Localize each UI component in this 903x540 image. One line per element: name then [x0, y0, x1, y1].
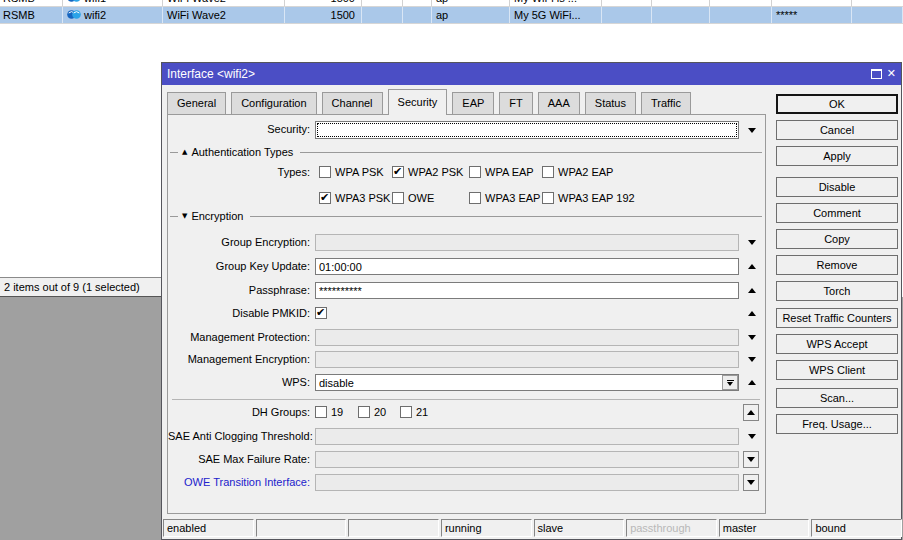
- owe-transition-label[interactable]: OWE Transition Interface:: [168, 474, 310, 491]
- dropdown-button[interactable]: [743, 474, 759, 491]
- checkbox-wpa2-psk[interactable]: WPA2 PSK: [392, 164, 463, 180]
- reset-traffic-counters-button[interactable]: Reset Traffic Counters: [776, 308, 898, 328]
- group-encryption-combobox: [315, 234, 739, 251]
- group-key-update-input[interactable]: [315, 258, 739, 275]
- management-protection-label: Management Protection:: [168, 329, 310, 346]
- interface-name: wifi2: [84, 9, 106, 21]
- interface-name: wifi1: [84, 0, 106, 4]
- table-row[interactable]: RSMB wifi1 WiFi Wave2 1500 ap My WiFi is…: [0, 0, 903, 7]
- passphrase-input[interactable]: [315, 282, 739, 299]
- cell-type: WiFi Wave2: [163, 0, 285, 6]
- status-cell: [256, 519, 347, 537]
- tab-aaa[interactable]: AAA: [538, 92, 580, 114]
- tab-security[interactable]: Security: [388, 89, 448, 115]
- security-combobox[interactable]: [315, 121, 739, 139]
- close-icon[interactable]: ✕: [887, 69, 896, 79]
- disable-button[interactable]: Disable: [776, 177, 898, 197]
- owe-transition-combobox: [315, 474, 739, 491]
- comment-button[interactable]: Comment: [776, 203, 898, 223]
- checkbox-wpa3-psk[interactable]: WPA3 PSK: [319, 190, 390, 206]
- tab-configuration[interactable]: Configuration: [231, 92, 316, 114]
- group-key-update-label: Group Key Update:: [168, 258, 310, 275]
- checkbox-wpa2-eap[interactable]: WPA2 EAP: [542, 164, 613, 180]
- cell-passphrase: [772, 0, 852, 6]
- dropdown-arrow-icon: [748, 335, 756, 340]
- status-cell: [348, 519, 439, 537]
- status-cell-running: running: [441, 519, 532, 537]
- sae-anti-clogging-combobox: [315, 428, 739, 445]
- tab-traffic[interactable]: Traffic: [641, 92, 691, 114]
- freq-usage-button[interactable]: Freq. Usage...: [776, 414, 898, 434]
- tab-ft[interactable]: FT: [499, 92, 532, 114]
- apply-button[interactable]: Apply: [776, 146, 898, 166]
- cell-passphrase: *****: [772, 7, 852, 23]
- dropdown-arrow-icon: [748, 357, 756, 362]
- spin-up-icon[interactable]: [748, 311, 756, 316]
- management-encryption-combobox: [315, 351, 739, 368]
- spin-up-icon[interactable]: [748, 288, 756, 293]
- checkbox-disable-pmkid[interactable]: [315, 305, 327, 321]
- cell-flags: RSMB: [0, 0, 63, 6]
- sae-anti-clogging-label: SAE Anti Clogging Threshold:: [168, 428, 310, 445]
- section-authentication-types[interactable]: ▲ Authentication Types: [170, 146, 762, 158]
- cell-ssid: My 5G WiFi...: [510, 7, 602, 23]
- sae-max-failure-combobox: [315, 451, 739, 468]
- collapse-up-icon: ▲: [182, 149, 187, 156]
- cell-mode: ap: [432, 0, 510, 6]
- passphrase-label: Passphrase:: [168, 282, 310, 299]
- wps-dropdown-button[interactable]: [722, 375, 738, 390]
- cell-type: WiFi Wave2: [163, 7, 285, 23]
- maximize-icon[interactable]: [871, 69, 882, 79]
- wps-accept-button[interactable]: WPS Accept: [776, 334, 898, 354]
- spin-up-icon[interactable]: [748, 264, 756, 269]
- management-protection-combobox: [315, 329, 739, 346]
- dialog-status-bar: enabled running slave passthrough master…: [163, 519, 902, 537]
- dialog-titlebar[interactable]: Interface <wifi2> ✕: [162, 63, 901, 85]
- checkbox-dh-21[interactable]: 21: [400, 404, 428, 420]
- status-cell-master: master: [719, 519, 810, 537]
- scan-button[interactable]: Scan...: [776, 388, 898, 408]
- ok-button[interactable]: OK: [776, 94, 898, 114]
- status-cell-passthrough: passthrough: [626, 519, 717, 537]
- checkbox-dh-20[interactable]: 20: [358, 404, 386, 420]
- remove-button[interactable]: Remove: [776, 255, 898, 275]
- dropdown-arrow-icon: [748, 240, 756, 245]
- security-tab-panel: Security: ▲ Authentication Types Types: …: [167, 114, 766, 514]
- torch-button[interactable]: Torch: [776, 281, 898, 301]
- section-encryption[interactable]: ▼ Encryption: [170, 210, 762, 222]
- wps-label: WPS:: [168, 374, 310, 391]
- status-cell-enabled: enabled: [163, 519, 254, 537]
- cell-mode: ap: [432, 7, 510, 23]
- checkbox-dh-19[interactable]: 19: [315, 404, 343, 420]
- dh-groups-label: DH Groups:: [168, 404, 310, 420]
- tab-channel[interactable]: Channel: [322, 92, 383, 114]
- management-encryption-label: Management Encryption:: [168, 351, 310, 368]
- dropdown-arrow-icon[interactable]: [748, 128, 756, 133]
- wps-client-button[interactable]: WPS Client: [776, 360, 898, 380]
- dropdown-button[interactable]: [743, 451, 759, 468]
- spin-up-icon[interactable]: [748, 380, 756, 385]
- list-status-bar: 2 items out of 9 (1 selected): [0, 277, 161, 297]
- checkbox-wpa3-eap-192[interactable]: WPA3 EAP 192: [542, 190, 635, 206]
- table-row-selected[interactable]: RSMB wifi2 WiFi Wave2 1500 ap My 5G WiFi…: [0, 7, 903, 24]
- checkbox-owe[interactable]: OWE: [392, 190, 434, 206]
- checkbox-wpa-eap[interactable]: WPA EAP: [469, 164, 534, 180]
- tab-eap[interactable]: EAP: [452, 92, 494, 114]
- section-label: Authentication Types: [191, 146, 293, 158]
- tab-status[interactable]: Status: [585, 92, 636, 114]
- cell-actual-mtu: 1500: [285, 0, 362, 6]
- wifi-icon: [67, 0, 81, 5]
- cancel-button[interactable]: Cancel: [776, 120, 898, 140]
- checkbox-wpa-psk[interactable]: WPA PSK: [319, 164, 384, 180]
- spin-up-button[interactable]: [743, 404, 759, 421]
- types-label: Types:: [168, 164, 310, 180]
- security-label: Security:: [168, 121, 310, 138]
- tab-general[interactable]: General: [167, 92, 226, 114]
- group-encryption-label: Group Encryption:: [168, 234, 310, 251]
- checkbox-wpa3-eap[interactable]: WPA3 EAP: [469, 190, 540, 206]
- sae-max-failure-label: SAE Max Failure Rate:: [168, 451, 310, 468]
- cell-name: wifi2: [63, 7, 163, 23]
- dialog-title: Interface <wifi2>: [167, 67, 255, 81]
- copy-button[interactable]: Copy: [776, 229, 898, 249]
- wps-input[interactable]: [315, 374, 739, 391]
